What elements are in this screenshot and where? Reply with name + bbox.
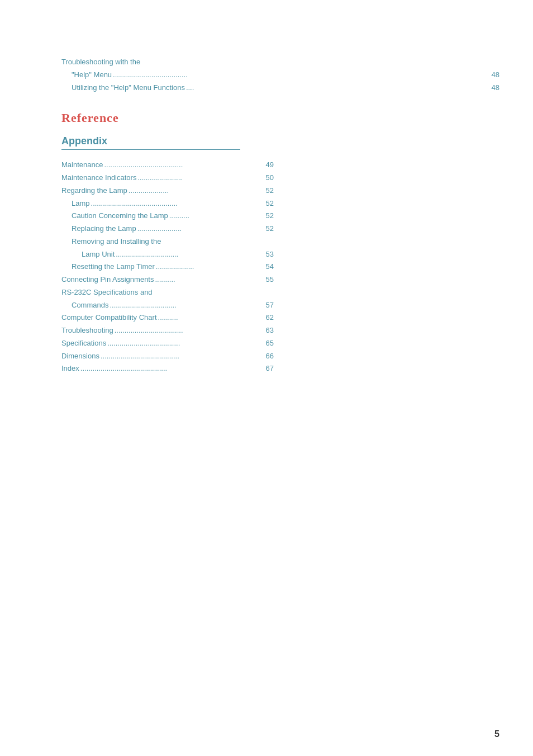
toc-item-label: Commands [61, 299, 108, 312]
toc-item-label: Maintenance [61, 159, 103, 172]
toc-item-dots: .......... [157, 311, 266, 324]
utilizing-help-dots: .... [185, 82, 492, 94]
reference-heading: Reference [61, 111, 499, 125]
list-item[interactable]: Maintenance.............................… [61, 159, 274, 172]
toc-list: Maintenance.............................… [61, 159, 274, 375]
toc-item-page: 57 [266, 299, 274, 312]
toc-item-label: Maintenance Indicators [61, 172, 136, 185]
list-item[interactable]: Resetting the Lamp Timer................… [61, 261, 274, 273]
toc-item-dots: ........................................… [79, 362, 266, 375]
toc-item-label: Resetting the Lamp Timer [61, 261, 155, 273]
list-item[interactable]: Regarding the Lamp....................52 [61, 185, 274, 197]
list-item: Removing and Installing the [61, 235, 274, 248]
toc-item-dots: ...................... [136, 223, 266, 235]
help-menu-label: "Help" Menu [61, 69, 112, 82]
toc-item-label: Computer Compatibility Chart [61, 311, 157, 324]
toc-item-dots: .................................... [106, 337, 265, 350]
list-item[interactable]: Caution Concerning the Lamp..........52 [61, 210, 274, 223]
list-item[interactable]: Maintenance Indicators..................… [61, 172, 274, 185]
toc-item-label: Troubleshooting [61, 324, 113, 337]
toc-item-label: Removing and Installing the [61, 235, 161, 248]
page-container: Troubleshooting with the "Help" Menu ...… [0, 0, 533, 756]
list-item: RS-232C Specifications and [61, 286, 274, 299]
list-item[interactable]: Dimensions..............................… [61, 350, 274, 363]
toc-item-label: Caution Concerning the Lamp [61, 210, 168, 223]
toc-item-label: Connecting Pin Assignments [61, 273, 154, 286]
toc-item-label: Replacing the Lamp [61, 223, 136, 235]
toc-item-dots: ........................................… [90, 197, 266, 210]
toc-item-label: Specifications [61, 337, 106, 350]
toc-item-page: 53 [266, 248, 274, 261]
toc-utilizing-help[interactable]: Utilizing the "Help" Menu Functions ....… [61, 82, 499, 94]
toc-item-dots: ...................... [136, 172, 265, 185]
utilizing-help-page: 48 [492, 82, 499, 94]
reference-section: Reference Appendix Maintenance..........… [61, 111, 499, 375]
toc-item-page: 55 [266, 273, 274, 286]
toc-item-dots: .................... [127, 185, 266, 197]
toc-item-dots: ................... [155, 261, 266, 273]
toc-item-label: Lamp [61, 197, 90, 210]
page-number: 5 [494, 729, 499, 739]
toc-item-page: 52 [266, 223, 274, 235]
toc-item-page: 67 [266, 362, 274, 375]
list-item[interactable]: Replacing the Lamp......................… [61, 223, 274, 235]
toc-troubleshooting-header: Troubleshooting with the [61, 56, 499, 69]
list-item[interactable]: Index...................................… [61, 362, 274, 375]
list-item[interactable]: Lamp Unit...............................… [61, 248, 274, 261]
toc-item-label: RS-232C Specifications and [61, 286, 153, 299]
toc-item-label: Regarding the Lamp [61, 185, 127, 197]
toc-item-dots: ....................................... [99, 350, 266, 363]
toc-item-page: 63 [266, 324, 274, 337]
list-item[interactable]: Computer Compatibility Chart..........62 [61, 311, 274, 324]
toc-item-dots: ............................... [115, 248, 265, 261]
toc-item-page: 52 [266, 197, 274, 210]
toc-item-page: 52 [266, 185, 274, 197]
toc-item-dots: .......... [168, 210, 266, 223]
toc-item-page: 49 [266, 159, 274, 172]
troubleshooting-section: Troubleshooting with the "Help" Menu ...… [61, 56, 499, 94]
toc-item-page: 66 [266, 350, 274, 363]
appendix-heading: Appendix [61, 135, 240, 150]
toc-item-page: 50 [266, 172, 274, 185]
troubleshooting-with-the-label: Troubleshooting with the [61, 56, 140, 69]
toc-item-page: 65 [266, 337, 274, 350]
utilizing-help-label: Utilizing the "Help" Menu Functions [61, 82, 185, 94]
list-item[interactable]: Lamp....................................… [61, 197, 274, 210]
toc-item-dots: .................................. [113, 324, 266, 337]
toc-help-menu[interactable]: "Help" Menu ............................… [61, 69, 499, 82]
toc-item-page: 54 [266, 261, 274, 273]
toc-item-dots: .......... [154, 273, 265, 286]
toc-item-page: 62 [266, 311, 274, 324]
toc-item-label: Lamp Unit [61, 248, 115, 261]
toc-item-dots: ................................. [108, 299, 265, 312]
list-item[interactable]: Troubleshooting.........................… [61, 324, 274, 337]
toc-item-dots: ....................................... [103, 159, 265, 172]
help-menu-page: 48 [492, 69, 499, 82]
toc-item-page: 52 [266, 210, 274, 223]
help-menu-dots: ..................................... [112, 69, 491, 82]
list-item[interactable]: Commands................................… [61, 299, 274, 312]
toc-item-label: Index [61, 362, 79, 375]
toc-item-label: Dimensions [61, 350, 99, 363]
list-item[interactable]: Connecting Pin Assignments..........55 [61, 273, 274, 286]
list-item[interactable]: Specifications..........................… [61, 337, 274, 350]
